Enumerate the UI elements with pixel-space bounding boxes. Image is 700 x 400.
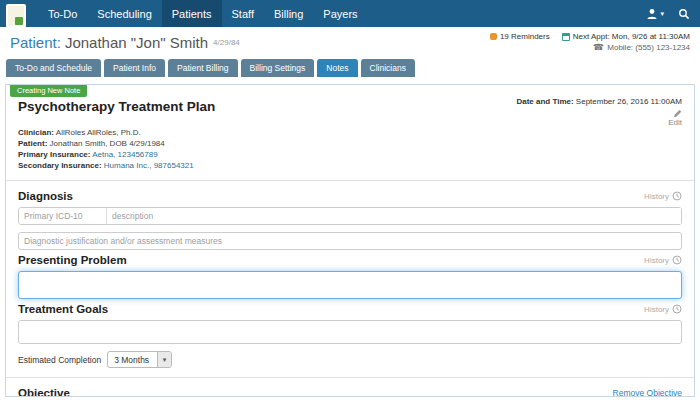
estimated-completion-label: Estimated Completion xyxy=(18,355,101,365)
estimated-completion-select[interactable]: 3 Months ▾ xyxy=(107,351,172,368)
note-meta: Date and Time: September 26, 2016 11:00A… xyxy=(516,97,682,127)
objective-title: Objective xyxy=(18,387,70,397)
patient-label: Patient: xyxy=(10,34,61,51)
diagnosis-history-link[interactable]: History xyxy=(644,191,682,201)
info-row-primary-insurance: Primary Insurance: Aetna, 123456789 xyxy=(18,149,682,160)
primary-insurance-value: Aetna, 123456789 xyxy=(92,150,157,159)
top-nav: To-Do Scheduling Patients Staff Billing … xyxy=(0,0,700,27)
clock-icon xyxy=(672,255,682,265)
divider xyxy=(6,180,694,181)
reminder-icon xyxy=(490,33,497,40)
datetime-value: September 26, 2016 11:00AM xyxy=(576,97,682,106)
patient-info-label: Patient: xyxy=(18,139,47,148)
tab-clinicians[interactable]: Clinicians xyxy=(361,59,415,77)
icd-input-group xyxy=(18,207,682,225)
next-appt-link[interactable]: Next Appt: Mon, 9/26 at 11:30AM xyxy=(562,31,690,42)
nav-item-scheduling[interactable]: Scheduling xyxy=(87,0,161,27)
patient-dob: 4/29/84 xyxy=(213,38,240,47)
tab-patient-billing[interactable]: Patient Billing xyxy=(168,59,238,77)
tab-todo-and-schedule[interactable]: To-Do and Schedule xyxy=(6,59,101,77)
pencil-icon xyxy=(673,109,682,118)
tab-patient-info[interactable]: Patient Info xyxy=(104,59,165,77)
diagnosis-section-head: Diagnosis History xyxy=(18,190,682,202)
nav-item-patients[interactable]: Patients xyxy=(162,0,222,27)
nav-item-staff[interactable]: Staff xyxy=(222,0,264,27)
presenting-problem-textarea[interactable] xyxy=(18,271,682,299)
patient-header-right: 19 Reminders Next Appt: Mon, 9/26 at 11:… xyxy=(490,31,690,53)
chevron-down-icon: ▾ xyxy=(157,352,171,367)
history-label: History xyxy=(644,256,669,265)
treatment-goals-title: Treatment Goals xyxy=(18,303,108,315)
nav-item-todo[interactable]: To-Do xyxy=(38,0,87,27)
info-row-clinician: Clinician: AllRoles AllRoles, Ph.D. xyxy=(18,127,682,138)
datetime-label: Date and Time: xyxy=(516,97,573,106)
note-panel: Creating New Note Psychotherapy Treatmen… xyxy=(5,84,695,397)
user-menu-icon[interactable]: ▾ xyxy=(646,8,664,20)
edit-datetime-button[interactable]: Edit xyxy=(516,109,682,127)
treatment-goals-history-link[interactable]: History xyxy=(644,304,682,314)
primary-icd10-input[interactable] xyxy=(19,208,107,224)
phone-icon: ☎ xyxy=(593,42,604,53)
search-icon[interactable] xyxy=(678,8,690,20)
calendar-icon xyxy=(562,33,570,41)
clinician-value: AllRoles AllRoles, Ph.D. xyxy=(56,128,141,137)
presenting-problem-section-head: Presenting Problem History xyxy=(18,254,682,266)
history-label: History xyxy=(644,305,669,314)
estimated-completion-value: 3 Months xyxy=(108,352,157,367)
patient-header: Patient: Jonathan "Jon" Smith 4/29/84 19… xyxy=(0,27,700,57)
edit-label: Edit xyxy=(668,118,682,127)
primary-insurance-label: Primary Insurance: xyxy=(18,150,90,159)
note-header: Psychotherapy Treatment Plan Date and Ti… xyxy=(18,97,682,127)
objective-section-head: Objective Remove Objective xyxy=(18,387,682,397)
icd-description-input[interactable] xyxy=(107,208,681,224)
secondary-insurance-label: Secondary Insurance: xyxy=(18,161,102,170)
creating-note-badge: Creating New Note xyxy=(10,84,87,97)
person-icon xyxy=(646,8,658,20)
diagnostic-justification-input[interactable] xyxy=(18,232,682,250)
presenting-problem-history-link[interactable]: History xyxy=(644,255,682,265)
mobile-label: Mobile: (555) 123-1234 xyxy=(607,42,690,53)
tab-billing-settings[interactable]: Billing Settings xyxy=(241,59,315,77)
app-logo-icon[interactable] xyxy=(6,4,26,28)
tab-notes[interactable]: Notes xyxy=(317,59,357,77)
reminders-label: 19 Reminders xyxy=(500,31,550,42)
patient-tabs: To-Do and Schedule Patient Info Patient … xyxy=(0,57,700,77)
next-appt-label: Next Appt: Mon, 9/26 at 11:30AM xyxy=(573,31,690,42)
nav-right: ▾ xyxy=(646,8,690,20)
reminders-link[interactable]: 19 Reminders xyxy=(490,31,550,42)
clock-icon xyxy=(672,191,682,201)
patient-info-value: Jonathan Smith, DOB 4/29/1984 xyxy=(50,139,165,148)
treatment-goals-section-head: Treatment Goals History xyxy=(18,303,682,315)
nav-item-payers[interactable]: Payers xyxy=(313,0,367,27)
history-label: History xyxy=(644,192,669,201)
diagnosis-title: Diagnosis xyxy=(18,190,73,202)
note-title: Psychotherapy Treatment Plan xyxy=(18,99,215,121)
secondary-insurance-value: Humana Inc., 987654321 xyxy=(104,161,194,170)
patient-name: Jonathan "Jon" Smith xyxy=(65,34,208,51)
info-row-patient: Patient: Jonathan Smith, DOB 4/29/1984 xyxy=(18,138,682,149)
clock-icon xyxy=(672,304,682,314)
divider xyxy=(6,377,694,378)
nav-item-billing[interactable]: Billing xyxy=(264,0,313,27)
estimated-completion-row: Estimated Completion 3 Months ▾ xyxy=(18,351,682,368)
clinician-label: Clinician: xyxy=(18,128,54,137)
remove-objective-link[interactable]: Remove Objective xyxy=(613,388,682,397)
note-info-block: Clinician: AllRoles AllRoles, Ph.D. Pati… xyxy=(18,127,682,171)
treatment-goals-textarea[interactable] xyxy=(18,320,682,344)
mobile-number: ☎ Mobile: (555) 123-1234 xyxy=(593,42,690,53)
info-row-secondary-insurance: Secondary Insurance: Humana Inc., 987654… xyxy=(18,160,682,171)
chevron-down-icon: ▾ xyxy=(660,10,664,18)
presenting-problem-title: Presenting Problem xyxy=(18,254,127,266)
nav-items: To-Do Scheduling Patients Staff Billing … xyxy=(38,0,368,27)
